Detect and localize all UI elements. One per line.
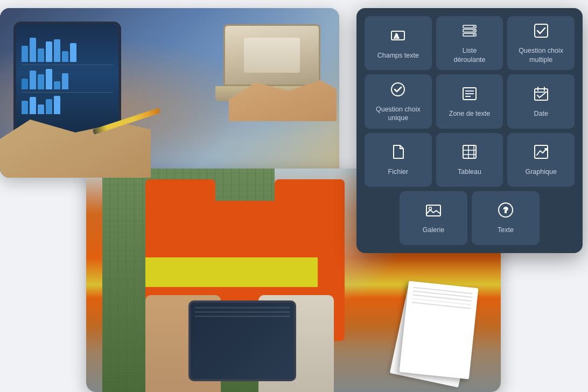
menu-item-label-texte: Texte <box>498 226 514 234</box>
gallery-svg <box>425 201 442 219</box>
chart-svg <box>533 143 550 160</box>
table-icon <box>461 143 478 163</box>
menu-item-label-fichier: Fichier <box>388 167 409 176</box>
menu-item-galerie[interactable]: Galerie <box>400 191 467 245</box>
menu-item-label-tableau: Tableau <box>458 167 481 176</box>
file-icon <box>389 143 407 163</box>
menu-item-tableau[interactable]: Tableau <box>436 133 503 187</box>
svg-point-9 <box>391 83 404 96</box>
menu-item-date[interactable]: Date <box>507 74 575 128</box>
help-icon: ? <box>497 201 514 221</box>
file-svg <box>389 143 407 160</box>
menu-panel: A Champs texte Listedéroulante <box>356 8 583 253</box>
svg-point-25 <box>429 207 432 210</box>
radio-icon <box>389 81 407 101</box>
menu-item-label-choix-unique: Question choixunique <box>376 105 421 123</box>
radio-svg <box>389 81 407 98</box>
menu-item-label-graphique: Graphique <box>525 167 556 176</box>
menu-item-graphique[interactable]: Graphique <box>507 133 575 187</box>
help-svg: ? <box>497 201 514 219</box>
menu-item-champs-texte[interactable]: A Champs texte <box>365 16 432 70</box>
svg-rect-8 <box>535 24 548 37</box>
svg-rect-24 <box>426 205 440 216</box>
menu-item-label-liste-deroulante: Listedéroulante <box>453 46 485 64</box>
checkbox-svg <box>533 22 550 39</box>
dropdown-svg <box>461 22 478 39</box>
menu-item-question-choix-multiple[interactable]: Question choixmultiple <box>507 16 575 70</box>
text-field-icon: A <box>389 27 407 47</box>
dropdown-icon <box>461 22 478 42</box>
menu-item-liste-deroulante[interactable]: Listedéroulante <box>436 16 503 70</box>
table-svg <box>461 143 478 160</box>
date-svg <box>533 85 550 102</box>
svg-rect-14 <box>535 89 548 100</box>
menu-item-label-champs-texte: Champs texte <box>377 51 419 60</box>
gallery-icon <box>425 201 442 221</box>
menu-item-texte[interactable]: ? Texte <box>472 191 540 245</box>
textarea-icon <box>461 85 478 105</box>
menu-item-label-galerie: Galerie <box>423 226 444 234</box>
last-row: Galerie ? Texte <box>365 191 575 245</box>
menu-item-zone-de-texte[interactable]: Zone de texte <box>436 74 503 128</box>
svg-text:?: ? <box>503 206 508 214</box>
menu-item-question-choix-unique[interactable]: Question choixunique <box>365 74 432 128</box>
menu-item-label-choix-multiple: Question choixmultiple <box>519 46 563 64</box>
date-icon <box>533 85 550 105</box>
text-field-svg: A <box>389 27 407 44</box>
menu-item-fichier[interactable]: Fichier <box>365 133 432 187</box>
checkbox-icon <box>533 22 550 42</box>
scene: A Champs texte Listedéroulante <box>0 0 588 392</box>
chart-icon <box>533 143 550 163</box>
svg-text:A: A <box>394 32 399 40</box>
textarea-svg <box>461 85 478 102</box>
photo-top-left <box>0 8 339 178</box>
menu-item-label-date: Date <box>534 109 548 118</box>
menu-item-label-zone-de-texte: Zone de texte <box>449 109 490 118</box>
